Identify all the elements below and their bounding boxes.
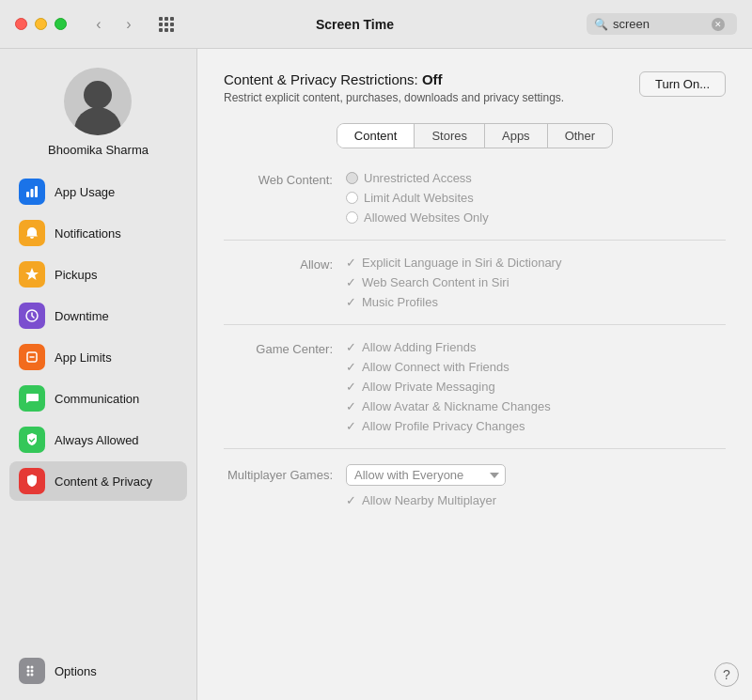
sidebar-item-label: App Limits bbox=[55, 350, 112, 365]
always-allowed-icon bbox=[19, 427, 45, 453]
window-title: Screen Time bbox=[134, 17, 575, 32]
game-center-row: Game Center: ✓ Allow Adding Friends ✓ Al… bbox=[224, 340, 726, 433]
allow-label: Allow: bbox=[224, 256, 346, 272]
checkbox-private-msg[interactable]: ✓ Allow Private Messaging bbox=[346, 380, 551, 394]
svg-point-9 bbox=[31, 670, 34, 673]
svg-point-10 bbox=[31, 674, 34, 677]
nearby-multiplayer-row: ✓ Allow Nearby Multiplayer bbox=[224, 493, 726, 507]
maximize-button[interactable] bbox=[55, 18, 67, 30]
svg-point-7 bbox=[27, 674, 30, 677]
sidebar-item-downtime[interactable]: Downtime bbox=[9, 296, 187, 335]
svg-rect-0 bbox=[26, 192, 29, 197]
radio-unrestricted-label: Unrestricted Access bbox=[364, 171, 472, 185]
restriction-heading: Content & Privacy Restrictions: Off bbox=[224, 71, 564, 87]
nearby-multiplayer-content: ✓ Allow Nearby Multiplayer bbox=[346, 493, 496, 507]
avatar-torso bbox=[74, 107, 121, 135]
sidebar-item-content-privacy[interactable]: Content & Privacy bbox=[9, 461, 187, 501]
search-input[interactable] bbox=[613, 17, 707, 31]
radio-unrestricted-circle[interactable] bbox=[346, 172, 358, 184]
multiplayer-games-row: Multiplayer Games: Allow with Everyone A… bbox=[224, 464, 726, 486]
downtime-icon bbox=[19, 303, 45, 329]
main-container: Bhoomika Sharma App Usage bbox=[0, 49, 752, 700]
svg-point-5 bbox=[27, 666, 30, 669]
sidebar-item-pickups[interactable]: Pickups bbox=[9, 255, 187, 294]
app-limits-icon bbox=[19, 344, 45, 370]
sidebar-item-always-allowed[interactable]: Always Allowed bbox=[9, 420, 187, 459]
web-content-options: Unrestricted Access Limit Adult Websites… bbox=[346, 171, 489, 225]
sidebar: Bhoomika Sharma App Usage bbox=[0, 49, 197, 700]
content-privacy-icon bbox=[19, 468, 45, 494]
checkbox-profile-privacy-label: Allow Profile Privacy Changes bbox=[362, 419, 525, 433]
separator-1 bbox=[224, 240, 726, 241]
multiplayer-games-dropdown[interactable]: Allow with Everyone Allow with Friends O… bbox=[346, 464, 506, 486]
checkbox-explicit-lang[interactable]: ✓ Explicit Language in Siri & Dictionary bbox=[346, 256, 561, 270]
svg-rect-1 bbox=[31, 189, 34, 197]
tab-content[interactable]: Content bbox=[337, 124, 415, 148]
checkbox-music-profiles[interactable]: ✓ Music Profiles bbox=[346, 295, 561, 309]
checkmark-private-msg: ✓ bbox=[346, 380, 356, 394]
user-profile: Bhoomika Sharma bbox=[48, 68, 149, 157]
checkbox-private-msg-label: Allow Private Messaging bbox=[362, 380, 495, 394]
checkmark-nearby: ✓ bbox=[346, 493, 356, 507]
checkbox-avatar-label: Allow Avatar & Nickname Changes bbox=[362, 399, 551, 413]
checkbox-allow-connect[interactable]: ✓ Allow Connect with Friends bbox=[346, 360, 551, 374]
checkmark-avatar: ✓ bbox=[346, 399, 356, 413]
minimize-button[interactable] bbox=[35, 18, 47, 30]
radio-allowed-only-circle[interactable] bbox=[346, 211, 358, 224]
checkbox-allow-adding-friends[interactable]: ✓ Allow Adding Friends bbox=[346, 340, 551, 354]
app-usage-icon bbox=[19, 179, 45, 205]
checkbox-web-search[interactable]: ✓ Web Search Content in Siri bbox=[346, 275, 561, 289]
tab-apps[interactable]: Apps bbox=[485, 124, 548, 148]
sidebar-item-label: Always Allowed bbox=[55, 433, 139, 447]
nearby-row-spacer bbox=[224, 493, 346, 495]
allow-options: ✓ Explicit Language in Siri & Dictionary… bbox=[346, 256, 561, 309]
tab-stores[interactable]: Stores bbox=[415, 124, 485, 148]
traffic-lights bbox=[15, 18, 67, 30]
game-center-label: Game Center: bbox=[224, 340, 346, 356]
web-content-row: Web Content: Unrestricted Access Limit A… bbox=[224, 171, 726, 225]
separator-2 bbox=[224, 324, 726, 325]
sidebar-item-notifications[interactable]: Notifications bbox=[9, 213, 187, 253]
sidebar-item-options[interactable]: Options bbox=[9, 651, 187, 691]
checkmark-profile-privacy: ✓ bbox=[346, 419, 356, 433]
radio-allowed-only[interactable]: Allowed Websites Only bbox=[346, 210, 489, 225]
svg-point-8 bbox=[31, 666, 34, 669]
checkmark-adding-friends: ✓ bbox=[346, 340, 356, 354]
options-label: Options bbox=[55, 664, 97, 678]
sidebar-item-label: Pickups bbox=[55, 268, 98, 282]
svg-point-6 bbox=[27, 670, 30, 673]
help-button[interactable]: ? bbox=[714, 662, 739, 687]
communication-icon bbox=[19, 385, 45, 412]
checkbox-profile-privacy[interactable]: ✓ Allow Profile Privacy Changes bbox=[346, 419, 551, 433]
search-clear-button[interactable]: ✕ bbox=[712, 18, 725, 31]
separator-3 bbox=[224, 448, 726, 449]
multiplayer-games-label: Multiplayer Games: bbox=[224, 468, 346, 482]
tab-other[interactable]: Other bbox=[548, 124, 613, 148]
avatar-head bbox=[84, 81, 112, 109]
radio-limit-adult-circle[interactable] bbox=[346, 192, 358, 204]
sidebar-item-app-usage[interactable]: App Usage bbox=[9, 172, 187, 211]
checkbox-explicit-lang-label: Explicit Language in Siri & Dictionary bbox=[362, 256, 561, 270]
checkbox-avatar[interactable]: ✓ Allow Avatar & Nickname Changes bbox=[346, 399, 551, 413]
sidebar-item-label: Content & Privacy bbox=[55, 474, 152, 489]
content-tabs: Content Stores Apps Other bbox=[337, 123, 613, 148]
sidebar-item-communication[interactable]: Communication bbox=[9, 379, 187, 418]
radio-limit-adult[interactable]: Limit Adult Websites bbox=[346, 191, 489, 205]
close-button[interactable] bbox=[15, 18, 27, 30]
header-left: Content & Privacy Restrictions: Off Rest… bbox=[224, 71, 564, 104]
svg-rect-2 bbox=[35, 186, 38, 197]
radio-unrestricted[interactable]: Unrestricted Access bbox=[346, 171, 489, 185]
web-content-label: Web Content: bbox=[224, 171, 346, 187]
titlebar: ‹ › Screen Time 🔍 ✕ bbox=[0, 0, 752, 49]
checkbox-nearby-multiplayer[interactable]: ✓ Allow Nearby Multiplayer bbox=[346, 493, 496, 507]
turn-on-button[interactable]: Turn On... bbox=[639, 71, 726, 97]
sidebar-bottom: Options bbox=[0, 642, 196, 700]
radio-limit-adult-label: Limit Adult Websites bbox=[364, 191, 474, 205]
radio-allowed-only-label: Allowed Websites Only bbox=[364, 210, 489, 225]
checkbox-web-search-label: Web Search Content in Siri bbox=[362, 275, 509, 289]
user-name: Bhoomika Sharma bbox=[48, 143, 149, 157]
search-bar[interactable]: 🔍 ✕ bbox=[587, 13, 737, 35]
back-button[interactable]: ‹ bbox=[86, 14, 112, 35]
sidebar-nav: App Usage Notifications Pickups bbox=[0, 172, 196, 503]
sidebar-item-app-limits[interactable]: App Limits bbox=[9, 337, 187, 377]
